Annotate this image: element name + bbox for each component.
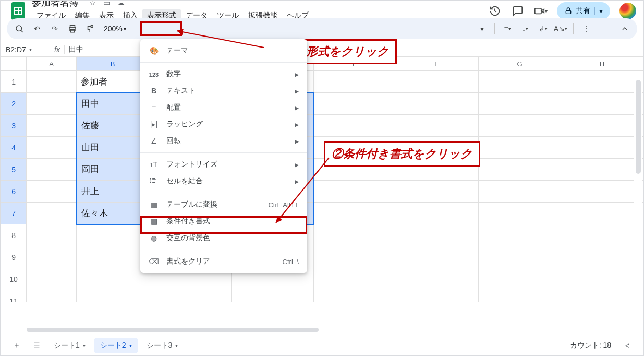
row-header[interactable]: 3 bbox=[1, 115, 27, 137]
cloud-status-icon[interactable]: ☁ bbox=[117, 0, 125, 7]
menu-rotate[interactable]: ∠ 回転 ▸ bbox=[140, 133, 307, 149]
cell[interactable] bbox=[27, 246, 77, 268]
menu-to-table[interactable]: ▦ テーブルに変換 Ctrl+Alt+T bbox=[140, 196, 307, 213]
collapse-toolbar-icon[interactable] bbox=[618, 22, 631, 35]
share-caret-icon[interactable]: ▾ bbox=[594, 7, 603, 15]
cell[interactable] bbox=[396, 181, 478, 203]
cell[interactable] bbox=[478, 159, 561, 181]
cell[interactable]: 田中 bbox=[77, 93, 149, 115]
cell[interactable] bbox=[478, 71, 561, 93]
col-header-B[interactable]: B bbox=[77, 57, 149, 71]
row-header[interactable]: 6 bbox=[1, 181, 27, 203]
cell[interactable]: 岡田 bbox=[77, 159, 149, 181]
cell[interactable] bbox=[396, 71, 478, 93]
cell[interactable] bbox=[313, 71, 396, 93]
cell[interactable] bbox=[478, 93, 561, 115]
star-icon[interactable]: ☆ bbox=[89, 0, 96, 7]
cell[interactable] bbox=[561, 224, 643, 246]
cell[interactable] bbox=[27, 71, 77, 93]
cell[interactable] bbox=[27, 159, 77, 181]
cell[interactable]: 山田 bbox=[77, 137, 149, 159]
cell[interactable] bbox=[561, 246, 643, 268]
more-toolbar-icon[interactable]: ⋮ bbox=[580, 22, 592, 35]
undo-icon[interactable]: ↶ bbox=[31, 22, 43, 35]
menu-theme[interactable]: 🎨 テーマ bbox=[140, 42, 307, 59]
col-header-G[interactable]: G bbox=[478, 57, 561, 71]
cell[interactable] bbox=[231, 290, 313, 303]
add-sheet-button[interactable]: ＋ bbox=[8, 337, 26, 354]
menu-text[interactable]: B テキスト ▸ bbox=[140, 82, 307, 99]
row-header[interactable]: 4 bbox=[1, 137, 27, 159]
cell[interactable] bbox=[313, 203, 396, 224]
col-header-F[interactable]: F bbox=[396, 57, 478, 71]
cell[interactable] bbox=[149, 290, 231, 303]
fx-icon[interactable]: fx bbox=[50, 45, 65, 54]
account-avatar[interactable] bbox=[619, 3, 636, 19]
cell[interactable] bbox=[396, 268, 478, 290]
row-header[interactable]: 5 bbox=[1, 159, 27, 181]
wrap-icon[interactable]: ↲ ▾ bbox=[537, 22, 549, 35]
cell[interactable] bbox=[77, 290, 149, 303]
cell[interactable] bbox=[478, 137, 561, 159]
cell[interactable] bbox=[27, 203, 77, 224]
zoom-select[interactable]: 200% ▾ bbox=[102, 25, 128, 33]
cell[interactable] bbox=[478, 115, 561, 137]
cell[interactable] bbox=[396, 246, 478, 268]
select-all-corner[interactable] bbox=[1, 57, 27, 71]
cell[interactable] bbox=[396, 115, 478, 137]
cell[interactable] bbox=[561, 181, 643, 203]
cell[interactable]: 佐々木 bbox=[77, 203, 149, 224]
menu-clear-format[interactable]: ⌫ 書式をクリア Ctrl+\ bbox=[140, 253, 307, 270]
cell[interactable] bbox=[561, 137, 643, 159]
insert-link-icon[interactable]: ▾ bbox=[476, 22, 488, 35]
align-icon[interactable]: ≡ ▾ bbox=[501, 22, 514, 35]
row-header[interactable]: 1 bbox=[1, 71, 27, 93]
cell[interactable] bbox=[27, 181, 77, 203]
menu-alt-colors[interactable]: ◍ 交互の背景色 bbox=[140, 230, 307, 246]
cell[interactable] bbox=[561, 71, 643, 93]
cell[interactable] bbox=[313, 268, 396, 290]
all-sheets-button[interactable]: ☰ bbox=[28, 337, 45, 354]
cell[interactable] bbox=[478, 268, 561, 290]
menu-merge[interactable]: ⿻ セルを結合 ▸ bbox=[140, 173, 307, 189]
row-header[interactable]: 11 bbox=[1, 290, 27, 303]
cell[interactable] bbox=[561, 115, 643, 137]
cell[interactable] bbox=[478, 181, 561, 203]
spreadsheet-grid[interactable]: A B C D E F G H 1参加者2田中3佐藤4山田5岡田6井上7佐々木8… bbox=[1, 57, 643, 302]
document-title[interactable]: 参加者名簿 bbox=[32, 0, 79, 9]
cell[interactable]: 井上 bbox=[77, 181, 149, 203]
redo-icon[interactable]: ↷ bbox=[48, 22, 61, 35]
cell[interactable] bbox=[313, 224, 396, 246]
tab-sheet3[interactable]: シート3 ▾ bbox=[140, 338, 185, 353]
paint-format-icon[interactable] bbox=[84, 22, 96, 35]
cell[interactable] bbox=[561, 268, 643, 290]
cell[interactable] bbox=[77, 268, 149, 290]
search-icon[interactable] bbox=[13, 22, 26, 35]
row-header[interactable]: 2 bbox=[1, 93, 27, 115]
cell[interactable] bbox=[561, 203, 643, 224]
cell[interactable] bbox=[313, 181, 396, 203]
menu-align[interactable]: ≡ 配置 ▸ bbox=[140, 99, 307, 116]
cell[interactable] bbox=[396, 203, 478, 224]
cell[interactable]: 参加者 bbox=[77, 71, 149, 93]
col-header-H[interactable]: H bbox=[561, 57, 643, 71]
cell[interactable] bbox=[478, 203, 561, 224]
cell[interactable] bbox=[313, 290, 396, 303]
cell[interactable] bbox=[313, 246, 396, 268]
cell[interactable]: 佐藤 bbox=[77, 115, 149, 137]
cell[interactable] bbox=[478, 290, 561, 303]
explore-icon[interactable]: < bbox=[618, 337, 636, 354]
cell[interactable] bbox=[27, 93, 77, 115]
row-header[interactable]: 7 bbox=[1, 203, 27, 224]
vertical-scrollbar[interactable] bbox=[634, 79, 642, 333]
cell[interactable] bbox=[77, 246, 149, 268]
menu-fontsize[interactable]: τT フォントサイズ ▸ bbox=[140, 156, 307, 173]
cell[interactable] bbox=[478, 246, 561, 268]
cell[interactable] bbox=[313, 115, 396, 137]
menu-number[interactable]: 123 数字 ▸ bbox=[140, 66, 307, 82]
row-header[interactable]: 8 bbox=[1, 224, 27, 246]
cell[interactable] bbox=[27, 224, 77, 246]
meet-icon[interactable]: ▾ bbox=[534, 4, 548, 18]
cell[interactable] bbox=[27, 115, 77, 137]
cell[interactable] bbox=[478, 224, 561, 246]
